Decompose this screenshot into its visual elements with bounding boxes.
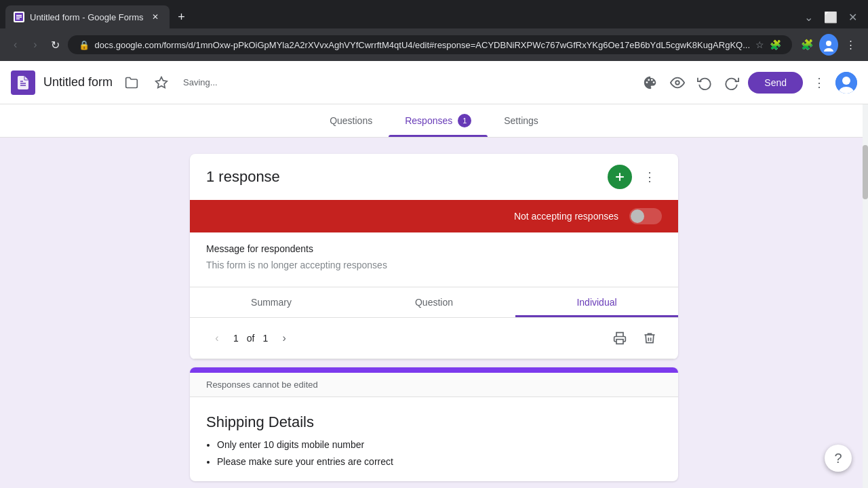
extension-icon[interactable]: 🧩 [770,39,781,50]
send-button[interactable]: Send [748,72,803,94]
next-page-button[interactable]: › [273,327,295,349]
svg-rect-3 [16,18,20,20]
sub-tabs: Summary Question Individual [190,287,678,318]
message-label: Message for respondents [206,243,662,254]
menu-button[interactable]: ⋮ [841,35,860,54]
forms-logo [11,70,35,95]
forward-button[interactable]: › [28,35,42,54]
purple-top-bar [190,367,678,373]
tab-close-button[interactable]: ✕ [149,11,161,23]
header-right: Send ⋮ [639,72,857,94]
main-content: 1 response ⋮ Not accepting responses Mes… [0,138,868,488]
svg-point-12 [646,81,648,83]
more-options-button[interactable]: ⋮ [808,72,830,94]
redo-button[interactable] [721,72,743,94]
message-section: Message for respondents This form is no … [190,232,678,287]
refresh-button[interactable]: ↻ [47,35,62,54]
response-header: 1 response ⋮ [190,154,678,200]
svg-point-18 [842,77,850,85]
tab-bar: Untitled form - Google Forms ✕ + ⌄ ⬜ ✕ [0,0,868,28]
address-bar-row: ‹ › ↻ 🔒 docs.google.com/forms/d/1mnOxw-p… [0,28,868,61]
profile-button[interactable] [819,35,838,54]
url-text: docs.google.com/forms/d/1mnOxw-pPkOiGpMY… [95,40,750,50]
add-to-sheets-button[interactable] [608,165,632,189]
toolbar-icons: 🧩 ⋮ [797,35,860,54]
address-bar-icons: ☆ 🧩 [755,39,781,50]
extensions-button[interactable]: 🧩 [797,35,816,54]
user-avatar [819,34,838,56]
page-total: 1 [262,333,268,344]
not-accepting-banner: Not accepting responses [190,200,678,232]
shipping-title: Shipping Details [190,397,678,436]
response-content-card: Responses cannot be edited Shipping Deta… [190,367,678,481]
svg-point-13 [648,79,650,81]
tab-questions[interactable]: Questions [313,104,389,137]
tab-settings[interactable]: Settings [488,104,555,137]
page-current: 1 [233,333,239,344]
window-controls: ⌄ ⬜ ✕ [804,11,863,24]
maximize-button[interactable]: ⬜ [824,11,837,24]
tab-title: Untitled form - Google Forms [30,12,144,22]
response-count: 1 response [206,168,280,186]
svg-point-14 [651,79,653,81]
more-options-button[interactable]: ⋮ [637,165,662,189]
pagination-row: ‹ 1 of 1 › [190,318,678,359]
palette-button[interactable] [639,72,661,94]
back-button[interactable]: ‹ [8,35,22,54]
browser-chrome: Untitled form - Google Forms ✕ + ⌄ ⬜ ✕ ‹… [0,0,868,61]
svg-point-5 [826,41,831,46]
star-button[interactable] [151,72,172,94]
not-accepting-text: Not accepting responses [514,211,618,222]
bookmark-icon[interactable]: ☆ [755,39,764,50]
user-avatar[interactable] [835,72,857,94]
response-card: 1 response ⋮ Not accepting responses Mes… [190,154,678,359]
minimize-button[interactable]: ⌄ [804,11,813,24]
cannot-edit-notice: Responses cannot be edited [190,373,678,397]
tab-favicon [14,12,24,22]
svg-marker-11 [156,77,167,87]
close-window-button[interactable]: ✕ [848,11,857,24]
folder-button[interactable] [121,72,142,94]
bullet-2: Please make sure your entries are correc… [217,453,662,470]
preview-button[interactable] [667,72,688,94]
delete-button[interactable] [637,326,662,350]
tab-question[interactable]: Question [353,287,515,317]
address-bar[interactable]: 🔒 docs.google.com/forms/d/1mnOxw-pPkOiGp… [68,35,792,54]
undo-button[interactable] [694,72,715,94]
accepting-responses-toggle[interactable] [629,208,662,224]
tab-summary[interactable]: Summary [190,287,353,317]
response-count-badge: 1 [458,114,471,127]
toggle-knob [631,209,644,223]
svg-point-16 [676,81,680,85]
saving-text: Saving... [183,77,218,87]
svg-rect-1 [16,15,22,16]
page-nav: ‹ 1 of 1 › [206,327,295,349]
form-title[interactable]: Untitled form [43,75,113,89]
message-value: This form is no longer accepting respons… [206,260,662,270]
app-header: Untitled form Saving... Send ⋮ [0,61,868,104]
nav-tabs: Questions Responses 1 Settings [0,104,868,138]
page-of-text: of [247,333,255,344]
help-button[interactable]: ? [825,445,852,472]
scrollbar-thumb[interactable] [863,145,868,199]
svg-point-15 [653,81,655,83]
tab-responses[interactable]: Responses 1 [389,104,488,137]
bullet-1: Only enter 10 digits mobile number [217,436,662,453]
tab-individual[interactable]: Individual [515,287,678,317]
response-actions: ⋮ [608,165,662,189]
page-actions [608,326,662,350]
shipping-bullets: Only enter 10 digits mobile number Pleas… [190,436,678,481]
prev-page-button[interactable]: ‹ [206,327,228,349]
print-button[interactable] [608,326,632,350]
svg-rect-2 [16,17,22,18]
active-tab[interactable]: Untitled form - Google Forms ✕ [5,5,170,28]
scrollbar-track[interactable] [863,104,868,488]
new-tab-button[interactable]: + [172,7,191,26]
svg-rect-22 [616,340,623,344]
